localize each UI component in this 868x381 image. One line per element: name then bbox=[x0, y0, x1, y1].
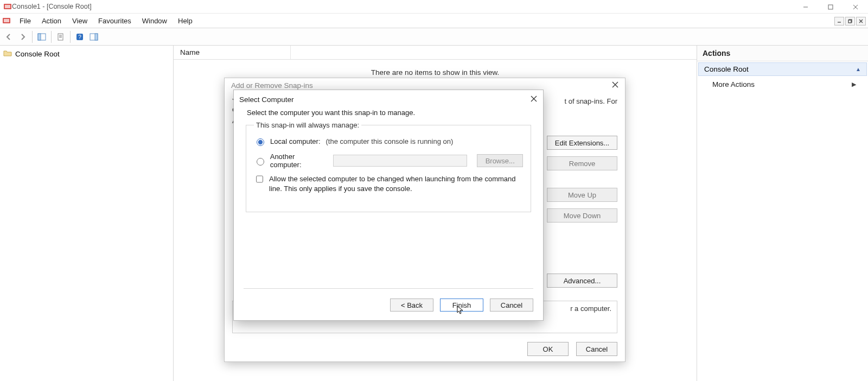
maximize-button[interactable] bbox=[818, 0, 843, 14]
minimize-button[interactable] bbox=[793, 0, 818, 14]
svg-text:?: ? bbox=[78, 34, 81, 40]
menu-view[interactable]: View bbox=[67, 14, 93, 28]
svg-rect-7 bbox=[4, 19, 9, 22]
svg-rect-10 bbox=[848, 20, 851, 23]
advanced-button[interactable]: Advanced... bbox=[547, 274, 617, 288]
move-down-button[interactable]: Move Down bbox=[547, 208, 617, 223]
allow-change-label: Allow the selected computer to be change… bbox=[269, 174, 523, 193]
menu-window[interactable]: Window bbox=[137, 14, 173, 28]
edit-extensions-button[interactable]: Edit Extensions... bbox=[547, 136, 617, 150]
menu-file[interactable]: File bbox=[14, 14, 36, 28]
local-computer-hint: (the computer this console is running on… bbox=[326, 137, 454, 145]
show-hide-tree-button[interactable] bbox=[35, 30, 48, 43]
toolbar-separator bbox=[32, 31, 33, 43]
toolbar: ? bbox=[0, 28, 868, 46]
menu-action[interactable]: Action bbox=[36, 14, 67, 28]
menu-favourites[interactable]: Favourites bbox=[93, 14, 137, 28]
window-title: Console1 - [Console Root] bbox=[12, 3, 92, 10]
remove-button[interactable]: Remove bbox=[547, 156, 617, 170]
actions-group-label: Console Root bbox=[704, 65, 749, 73]
svg-rect-19 bbox=[95, 34, 98, 40]
dialog-title: Select Computer bbox=[239, 96, 294, 104]
back-button[interactable]: < Back bbox=[390, 299, 433, 312]
dialog-separator bbox=[244, 288, 533, 289]
group-legend: This snap-in will always manage: bbox=[254, 121, 361, 129]
description-fragment: r a computer. bbox=[570, 304, 611, 313]
collapse-icon: ▲ bbox=[856, 66, 861, 72]
another-computer-input bbox=[333, 155, 467, 167]
tree-node-label: Console Root bbox=[15, 50, 60, 58]
close-button[interactable] bbox=[843, 0, 868, 14]
svg-rect-14 bbox=[38, 34, 41, 40]
menu-bar: File Action View Favourites Window Help bbox=[0, 14, 868, 28]
window-titlebar: Console1 - [Console Root] bbox=[0, 0, 868, 14]
tree-pane: Console Root bbox=[0, 46, 174, 381]
app-icon bbox=[3, 2, 12, 11]
mdi-close-button[interactable] bbox=[856, 17, 866, 26]
close-button[interactable] bbox=[530, 95, 538, 104]
svg-rect-3 bbox=[828, 5, 833, 9]
chevron-right-icon: ▶ bbox=[852, 81, 856, 88]
move-up-button[interactable]: Move Up bbox=[547, 188, 617, 202]
browse-button: Browse... bbox=[477, 154, 523, 167]
empty-list-message: There are no items to show in this view. bbox=[174, 60, 697, 77]
svg-rect-1 bbox=[5, 5, 10, 8]
actions-item-more[interactable]: More Actions ▶ bbox=[697, 77, 868, 92]
finish-button[interactable]: Finish bbox=[440, 299, 483, 312]
svg-rect-15 bbox=[58, 34, 63, 40]
actions-header: Actions bbox=[697, 46, 868, 61]
mdi-minimize-button[interactable] bbox=[834, 17, 844, 26]
toolbar-separator bbox=[51, 31, 52, 43]
show-hide-action-pane-button[interactable] bbox=[87, 30, 100, 43]
close-icon[interactable] bbox=[612, 81, 618, 90]
list-header: Name bbox=[174, 46, 697, 60]
another-computer-radio[interactable] bbox=[257, 158, 264, 166]
column-name[interactable]: Name bbox=[174, 46, 291, 59]
actions-pane: Actions Console Root ▲ More Actions ▶ bbox=[697, 46, 868, 381]
tree-node-console-root[interactable]: Console Root bbox=[0, 48, 173, 60]
actions-item-label: More Actions bbox=[712, 80, 755, 88]
export-list-button[interactable] bbox=[54, 30, 67, 43]
select-computer-dialog: Select Computer Select the computer you … bbox=[233, 90, 544, 321]
mdi-restore-button[interactable] bbox=[845, 17, 855, 26]
toolbar-separator bbox=[70, 31, 71, 43]
forward-button[interactable] bbox=[16, 30, 29, 43]
local-computer-label: Local computer: bbox=[270, 137, 321, 145]
help-button[interactable]: ? bbox=[73, 30, 86, 43]
allow-change-checkbox[interactable] bbox=[256, 175, 263, 183]
local-computer-radio[interactable] bbox=[257, 138, 264, 146]
ok-button[interactable]: OK bbox=[527, 342, 569, 356]
dialog-title: Add or Remove Snap-ins bbox=[231, 81, 313, 90]
folder-icon bbox=[3, 49, 12, 59]
another-computer-label: Another computer: bbox=[270, 153, 327, 169]
back-button[interactable] bbox=[2, 30, 15, 43]
cancel-button[interactable]: Cancel bbox=[576, 342, 617, 356]
dialog-intro: Select the computer you want this snap-i… bbox=[234, 109, 543, 121]
mdi-icon bbox=[2, 16, 11, 25]
menu-help[interactable]: Help bbox=[173, 14, 198, 28]
cancel-button[interactable]: Cancel bbox=[490, 299, 533, 312]
actions-group-console-root[interactable]: Console Root ▲ bbox=[698, 62, 867, 76]
manage-scope-group: This snap-in will always manage: Local c… bbox=[246, 121, 531, 212]
intro-text-fragment: t of snap-ins. For bbox=[564, 97, 617, 113]
